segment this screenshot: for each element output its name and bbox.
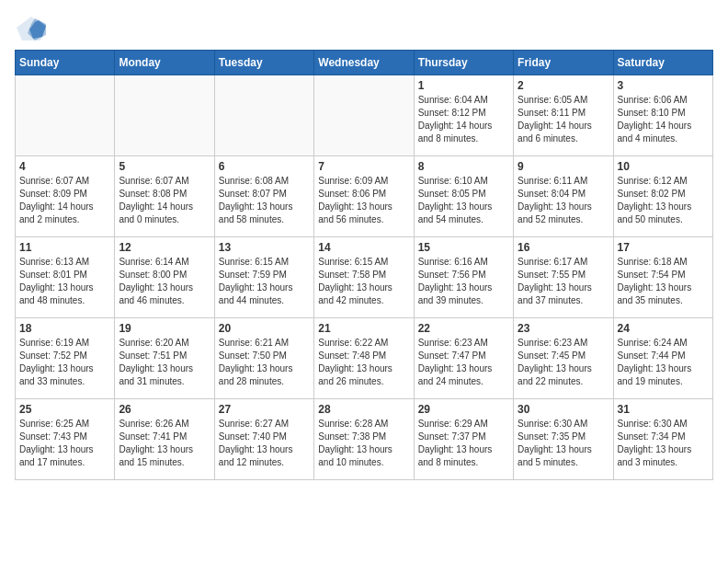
calendar-cell: 4Sunrise: 6:07 AM Sunset: 8:09 PM Daylig… xyxy=(16,156,115,237)
header-cell-saturday: Saturday xyxy=(613,51,712,75)
day-number: 8 xyxy=(418,160,509,173)
day-info: Sunrise: 6:07 AM Sunset: 8:08 PM Dayligh… xyxy=(119,175,210,226)
day-info: Sunrise: 6:25 AM Sunset: 7:43 PM Dayligh… xyxy=(19,418,110,469)
day-number: 29 xyxy=(418,403,509,416)
day-number: 7 xyxy=(318,160,409,173)
calendar-cell: 16Sunrise: 6:17 AM Sunset: 7:55 PM Dayli… xyxy=(514,237,613,318)
day-info: Sunrise: 6:07 AM Sunset: 8:09 PM Dayligh… xyxy=(19,175,110,226)
calendar-cell: 14Sunrise: 6:15 AM Sunset: 7:58 PM Dayli… xyxy=(314,237,414,318)
header-cell-monday: Monday xyxy=(115,51,214,75)
logo xyxy=(15,15,51,42)
calendar-cell: 5Sunrise: 6:07 AM Sunset: 8:08 PM Daylig… xyxy=(115,156,214,237)
header-row: SundayMondayTuesdayWednesdayThursdayFrid… xyxy=(16,51,713,75)
day-info: Sunrise: 6:05 AM Sunset: 8:11 PM Dayligh… xyxy=(518,94,609,145)
calendar-cell: 1Sunrise: 6:04 AM Sunset: 8:12 PM Daylig… xyxy=(414,75,513,156)
day-info: Sunrise: 6:22 AM Sunset: 7:48 PM Dayligh… xyxy=(318,337,409,388)
day-info: Sunrise: 6:12 AM Sunset: 8:02 PM Dayligh… xyxy=(618,175,709,226)
calendar-cell: 10Sunrise: 6:12 AM Sunset: 8:02 PM Dayli… xyxy=(613,156,712,237)
day-number: 12 xyxy=(119,241,210,254)
day-info: Sunrise: 6:24 AM Sunset: 7:44 PM Dayligh… xyxy=(618,337,709,388)
day-info: Sunrise: 6:17 AM Sunset: 7:55 PM Dayligh… xyxy=(518,256,609,307)
header-cell-tuesday: Tuesday xyxy=(214,51,313,75)
calendar-cell: 29Sunrise: 6:29 AM Sunset: 7:37 PM Dayli… xyxy=(414,399,513,480)
calendar-body: 1Sunrise: 6:04 AM Sunset: 8:12 PM Daylig… xyxy=(16,75,713,480)
day-info: Sunrise: 6:04 AM Sunset: 8:12 PM Dayligh… xyxy=(418,94,509,145)
day-info: Sunrise: 6:06 AM Sunset: 8:10 PM Dayligh… xyxy=(618,94,709,145)
calendar-cell: 7Sunrise: 6:09 AM Sunset: 8:06 PM Daylig… xyxy=(314,156,414,237)
header-cell-friday: Friday xyxy=(514,51,613,75)
calendar-cell: 18Sunrise: 6:19 AM Sunset: 7:52 PM Dayli… xyxy=(16,318,115,399)
calendar-cell xyxy=(214,75,313,156)
day-number: 25 xyxy=(19,403,110,416)
calendar-cell: 17Sunrise: 6:18 AM Sunset: 7:54 PM Dayli… xyxy=(613,237,712,318)
day-info: Sunrise: 6:28 AM Sunset: 7:38 PM Dayligh… xyxy=(318,418,409,469)
day-info: Sunrise: 6:21 AM Sunset: 7:50 PM Dayligh… xyxy=(219,337,310,388)
calendar-cell: 25Sunrise: 6:25 AM Sunset: 7:43 PM Dayli… xyxy=(16,399,115,480)
day-info: Sunrise: 6:18 AM Sunset: 7:54 PM Dayligh… xyxy=(618,256,709,307)
day-info: Sunrise: 6:15 AM Sunset: 7:58 PM Dayligh… xyxy=(318,256,409,307)
day-number: 5 xyxy=(119,160,210,173)
day-info: Sunrise: 6:23 AM Sunset: 7:45 PM Dayligh… xyxy=(518,337,609,388)
day-info: Sunrise: 6:20 AM Sunset: 7:51 PM Dayligh… xyxy=(119,337,210,388)
calendar-cell: 3Sunrise: 6:06 AM Sunset: 8:10 PM Daylig… xyxy=(613,75,712,156)
calendar-cell xyxy=(16,75,115,156)
day-number: 4 xyxy=(19,160,110,173)
day-number: 9 xyxy=(518,160,609,173)
day-number: 2 xyxy=(518,79,609,92)
calendar-cell xyxy=(115,75,214,156)
day-number: 30 xyxy=(518,403,609,416)
day-number: 23 xyxy=(518,322,609,335)
header-cell-sunday: Sunday xyxy=(16,51,115,75)
day-info: Sunrise: 6:27 AM Sunset: 7:40 PM Dayligh… xyxy=(219,418,310,469)
calendar-cell: 21Sunrise: 6:22 AM Sunset: 7:48 PM Dayli… xyxy=(314,318,414,399)
day-info: Sunrise: 6:13 AM Sunset: 8:01 PM Dayligh… xyxy=(19,256,110,307)
header xyxy=(15,15,713,42)
calendar-cell: 30Sunrise: 6:30 AM Sunset: 7:35 PM Dayli… xyxy=(514,399,613,480)
calendar-cell: 22Sunrise: 6:23 AM Sunset: 7:47 PM Dayli… xyxy=(414,318,513,399)
day-number: 22 xyxy=(418,322,509,335)
calendar-cell: 9Sunrise: 6:11 AM Sunset: 8:04 PM Daylig… xyxy=(514,156,613,237)
day-number: 3 xyxy=(618,79,709,92)
calendar-header: SundayMondayTuesdayWednesdayThursdayFrid… xyxy=(16,51,713,75)
day-number: 27 xyxy=(219,403,310,416)
calendar-cell xyxy=(314,75,414,156)
calendar-cell: 13Sunrise: 6:15 AM Sunset: 7:59 PM Dayli… xyxy=(214,237,313,318)
calendar-cell: 28Sunrise: 6:28 AM Sunset: 7:38 PM Dayli… xyxy=(314,399,414,480)
calendar-table: SundayMondayTuesdayWednesdayThursdayFrid… xyxy=(15,50,713,480)
day-number: 14 xyxy=(318,241,409,254)
calendar-week-0: 1Sunrise: 6:04 AM Sunset: 8:12 PM Daylig… xyxy=(16,75,713,156)
calendar-cell: 24Sunrise: 6:24 AM Sunset: 7:44 PM Dayli… xyxy=(613,318,712,399)
day-number: 13 xyxy=(219,241,310,254)
day-number: 18 xyxy=(19,322,110,335)
day-number: 6 xyxy=(219,160,310,173)
day-info: Sunrise: 6:23 AM Sunset: 7:47 PM Dayligh… xyxy=(418,337,509,388)
day-number: 16 xyxy=(518,241,609,254)
calendar-cell: 23Sunrise: 6:23 AM Sunset: 7:45 PM Dayli… xyxy=(514,318,613,399)
calendar-cell: 8Sunrise: 6:10 AM Sunset: 8:05 PM Daylig… xyxy=(414,156,513,237)
day-info: Sunrise: 6:08 AM Sunset: 8:07 PM Dayligh… xyxy=(219,175,310,226)
day-number: 31 xyxy=(618,403,709,416)
calendar-cell: 26Sunrise: 6:26 AM Sunset: 7:41 PM Dayli… xyxy=(115,399,214,480)
header-cell-thursday: Thursday xyxy=(414,51,513,75)
day-number: 20 xyxy=(219,322,310,335)
calendar-week-4: 25Sunrise: 6:25 AM Sunset: 7:43 PM Dayli… xyxy=(16,399,713,480)
day-number: 26 xyxy=(119,403,210,416)
day-number: 11 xyxy=(19,241,110,254)
day-info: Sunrise: 6:14 AM Sunset: 8:00 PM Dayligh… xyxy=(119,256,210,307)
day-number: 21 xyxy=(318,322,409,335)
calendar-week-3: 18Sunrise: 6:19 AM Sunset: 7:52 PM Dayli… xyxy=(16,318,713,399)
logo-icon xyxy=(15,15,48,42)
day-info: Sunrise: 6:16 AM Sunset: 7:56 PM Dayligh… xyxy=(418,256,509,307)
calendar-cell: 31Sunrise: 6:30 AM Sunset: 7:34 PM Dayli… xyxy=(613,399,712,480)
day-number: 15 xyxy=(418,241,509,254)
calendar-cell: 6Sunrise: 6:08 AM Sunset: 8:07 PM Daylig… xyxy=(214,156,313,237)
day-number: 19 xyxy=(119,322,210,335)
day-number: 28 xyxy=(318,403,409,416)
day-info: Sunrise: 6:15 AM Sunset: 7:59 PM Dayligh… xyxy=(219,256,310,307)
day-info: Sunrise: 6:10 AM Sunset: 8:05 PM Dayligh… xyxy=(418,175,509,226)
day-number: 17 xyxy=(618,241,709,254)
day-number: 24 xyxy=(618,322,709,335)
day-info: Sunrise: 6:30 AM Sunset: 7:35 PM Dayligh… xyxy=(518,418,609,469)
header-cell-wednesday: Wednesday xyxy=(314,51,414,75)
calendar-cell: 20Sunrise: 6:21 AM Sunset: 7:50 PM Dayli… xyxy=(214,318,313,399)
